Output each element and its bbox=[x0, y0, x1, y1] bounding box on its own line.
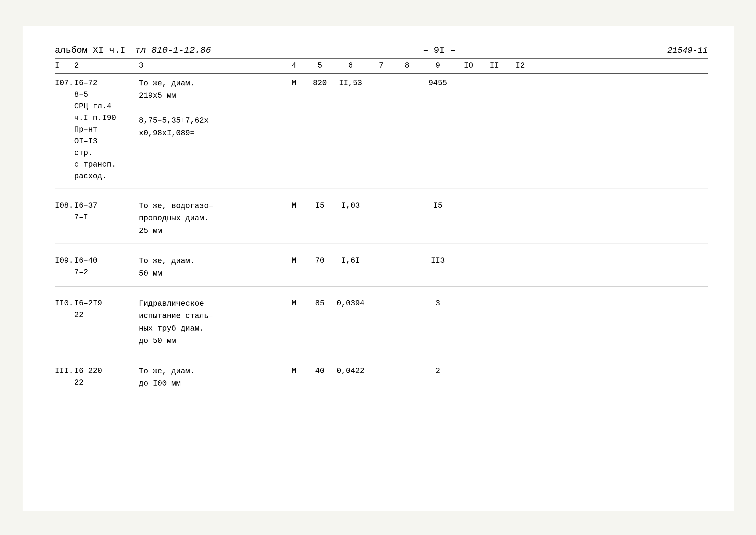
row-col10-1 bbox=[456, 199, 482, 200]
col-header-1: I bbox=[55, 60, 74, 71]
row-price-0: II,53 bbox=[333, 76, 368, 89]
row-col8-4 bbox=[394, 364, 420, 365]
row-col12-1 bbox=[507, 199, 533, 200]
row-col10-3 bbox=[456, 296, 482, 297]
header-line: альбом XI ч.I тл 810-1-12.86 – 9I – 2154… bbox=[55, 45, 708, 59]
row-col9-3: 3 bbox=[420, 296, 456, 309]
col-header-5: 5 bbox=[307, 60, 333, 71]
album-label: альбом XI ч.I bbox=[55, 45, 125, 55]
row-price-1: I,03 bbox=[333, 199, 368, 211]
row-desc-1: То же, водогазо– проводных диам. 25 мм bbox=[139, 199, 281, 237]
row-col7-3 bbox=[368, 296, 394, 297]
row-num-0: I07. bbox=[55, 76, 74, 89]
row-code-4: I6–220 22 bbox=[74, 364, 139, 388]
row-col9-2: II3 bbox=[420, 254, 456, 267]
col-header-11: II bbox=[482, 60, 507, 71]
row-col12-2 bbox=[507, 254, 533, 255]
row-col11-1 bbox=[482, 199, 507, 200]
row-col8-3 bbox=[394, 296, 420, 297]
row-qty-2: 70 bbox=[307, 254, 333, 267]
col-header-3: 3 bbox=[139, 60, 281, 71]
col-header-2: 2 bbox=[74, 60, 139, 71]
table-body: I07. I6–72 8–5 СРЦ гл.4 ч.I п.I90 Пр–нт … bbox=[55, 76, 708, 396]
row-col7-4 bbox=[368, 364, 394, 365]
row-col9-0: 9455 bbox=[420, 76, 456, 89]
page: альбом XI ч.I тл 810-1-12.86 – 9I – 2154… bbox=[23, 26, 734, 511]
col-header-9: 9 bbox=[420, 60, 456, 71]
col-header-12: I2 bbox=[507, 60, 533, 71]
table-row: II0. I6–2I9 22 Гидравлическое испытание … bbox=[55, 296, 708, 354]
row-price-2: I,6I bbox=[333, 254, 368, 267]
table-row: I09. I6–40 7–2 То же, диам. 50 мм М 70 I… bbox=[55, 254, 708, 287]
row-code-2: I6–40 7–2 bbox=[74, 254, 139, 278]
row-unit-1: М bbox=[281, 199, 307, 211]
row-col9-4: 2 bbox=[420, 364, 456, 377]
row-unit-0: М bbox=[281, 76, 307, 89]
row-col12-3 bbox=[507, 296, 533, 297]
row-num-2: I09. bbox=[55, 254, 74, 267]
ref-label: тл 810-1-12.86 bbox=[135, 45, 211, 55]
row-unit-4: М bbox=[281, 364, 307, 377]
row-col10-0 bbox=[456, 76, 482, 77]
row-col12-4 bbox=[507, 364, 533, 365]
row-desc-3: Гидравлическое испытание сталь– ных труб… bbox=[139, 296, 281, 348]
row-qty-4: 40 bbox=[307, 364, 333, 377]
row-col7-0 bbox=[368, 76, 394, 77]
col-header-6: 6 bbox=[333, 60, 368, 71]
col-header-7: 7 bbox=[368, 60, 394, 71]
row-col7-2 bbox=[368, 254, 394, 255]
row-num-3: II0. bbox=[55, 296, 74, 309]
row-col7-1 bbox=[368, 199, 394, 200]
row-price-4: 0,0422 bbox=[333, 364, 368, 377]
col-header-4: 4 bbox=[281, 60, 307, 71]
row-qty-3: 85 bbox=[307, 296, 333, 309]
row-desc-0: То же, диам. 219x5 мм 8,75–5,35+7,62х х0… bbox=[139, 76, 281, 139]
row-code-0: I6–72 8–5 СРЦ гл.4 ч.I п.I90 Пр–нт OI–I3… bbox=[74, 76, 139, 182]
row-col8-0 bbox=[394, 76, 420, 77]
doc-number: 21549-11 bbox=[667, 45, 708, 55]
table-row: I07. I6–72 8–5 СРЦ гл.4 ч.I п.I90 Пр–нт … bbox=[55, 76, 708, 189]
row-unit-2: М bbox=[281, 254, 307, 267]
row-price-3: 0,0394 bbox=[333, 296, 368, 309]
row-col12-0 bbox=[507, 76, 533, 77]
row-col11-2 bbox=[482, 254, 507, 255]
row-num-1: I08. bbox=[55, 199, 74, 211]
row-col11-3 bbox=[482, 296, 507, 297]
row-desc-4: То же, диам. до I00 мм bbox=[139, 364, 281, 390]
page-number: – 9I – bbox=[221, 45, 658, 55]
table-row: III. I6–220 22 То же, диам. до I00 мм М … bbox=[55, 364, 708, 397]
table-row: I08. I6–37 7–I То же, водогазо– проводны… bbox=[55, 199, 708, 244]
row-col8-2 bbox=[394, 254, 420, 255]
row-code-3: I6–2I9 22 bbox=[74, 296, 139, 321]
row-qty-0: 820 bbox=[307, 76, 333, 89]
col-header-8: 8 bbox=[394, 60, 420, 71]
row-col8-1 bbox=[394, 199, 420, 200]
row-col10-4 bbox=[456, 364, 482, 365]
row-num-4: III. bbox=[55, 364, 74, 377]
column-headers: I 2 3 4 5 6 7 8 9 IO II I2 bbox=[55, 60, 708, 74]
row-code-1: I6–37 7–I bbox=[74, 199, 139, 223]
row-col11-4 bbox=[482, 364, 507, 365]
row-col9-1: I5 bbox=[420, 199, 456, 211]
row-col11-0 bbox=[482, 76, 507, 77]
row-unit-3: М bbox=[281, 296, 307, 309]
row-desc-2: То же, диам. 50 мм bbox=[139, 254, 281, 280]
row-col10-2 bbox=[456, 254, 482, 255]
row-qty-1: I5 bbox=[307, 199, 333, 211]
col-header-10: IO bbox=[456, 60, 482, 71]
